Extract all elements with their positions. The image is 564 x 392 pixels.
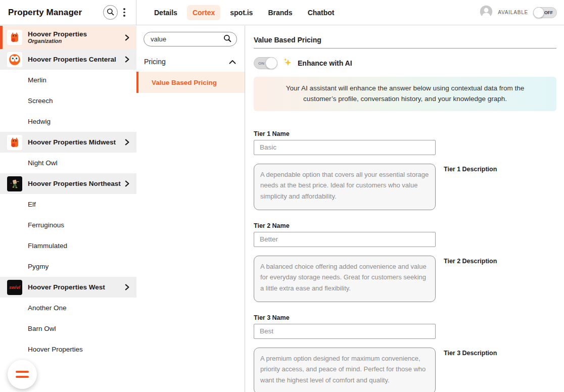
tab-cortex[interactable]: Cortex — [187, 5, 220, 20]
tier-2-description-textarea[interactable] — [254, 256, 436, 302]
tab-brands[interactable]: Brands — [262, 5, 298, 20]
search-icon — [107, 8, 114, 17]
tier-2-section: Tier 2 Name Tier 2 Description — [254, 222, 564, 302]
tier-3-section: Tier 3 Name Tier 3 Description — [254, 314, 564, 392]
enhance-ai-label: Enhance with AI — [298, 59, 352, 67]
sidebar-item-pygmy[interactable]: Pygmy — [0, 256, 136, 277]
sidebar-item-elf[interactable]: Elf — [0, 194, 136, 215]
toggle-on-label: ON — [258, 61, 264, 66]
owl-round-icon — [7, 52, 22, 67]
toggle-off-label: OFF — [544, 10, 553, 15]
sparkle-icon — [283, 57, 293, 69]
tier-2-name-input[interactable] — [254, 232, 436, 247]
sidebar-item-label: Hoover Properties — [28, 30, 87, 38]
tier-3-description-textarea[interactable] — [254, 348, 436, 392]
cortex-nav-panel: Pricing Value Based Pricing — [136, 26, 245, 392]
title-divider — [254, 48, 556, 48]
tier-1-description-textarea[interactable] — [254, 164, 436, 210]
pricing-section-label: Pricing — [144, 58, 166, 66]
top-bar: Property Manager Details Cortex spot.is … — [0, 0, 564, 25]
sidebar-item-night-owl[interactable]: Night Owl — [0, 153, 136, 173]
toggle-knob — [265, 57, 277, 69]
tier-1-name-input[interactable] — [254, 140, 436, 155]
availability-label: AVAILABLE — [498, 10, 528, 15]
tier-1-name-label: Tier 1 Name — [254, 130, 564, 137]
sidebar-item-label: Hoover Properties Northeast — [28, 180, 121, 187]
sidebar-item-hoover-properties-org[interactable]: Hoover Properties Organization — [0, 26, 136, 49]
enhance-ai-toggle[interactable]: ON — [254, 57, 277, 69]
search-input[interactable] — [151, 35, 223, 43]
tier-1-description-label: Tier 1 Description — [444, 166, 497, 173]
availability-toggle[interactable]: OFF — [533, 7, 557, 18]
sidebar-item-hoover-properties-northeast[interactable]: Hoover Properties Northeast — [0, 173, 136, 194]
sidebar-item-sublabel: Organization — [28, 38, 87, 44]
swivl-logo-icon: swivl — [7, 280, 22, 295]
chevron-right-icon — [124, 34, 130, 41]
tab-bar: Details Cortex spot.is Brands Chatbot — [149, 5, 340, 20]
sidebar-item-merlin[interactable]: Merlin — [0, 70, 136, 90]
sidebar-item-label: Hoover Properties West — [28, 283, 105, 291]
chevron-right-icon — [124, 56, 130, 63]
tier-3-name-label: Tier 3 Name — [254, 314, 564, 321]
sidebar-item-hedwig[interactable]: Hedwig — [0, 111, 136, 132]
sidebar-item-hoover-properties-west[interactable]: swivl Hoover Properties West — [0, 277, 136, 298]
tier-2-name-label: Tier 2 Name — [254, 222, 564, 229]
sidebar-item-hoover-properties-centeral[interactable]: Hoover Properties Centeral — [0, 49, 136, 70]
pricing-section-header[interactable]: Pricing — [136, 52, 245, 72]
kebab-menu-icon[interactable] — [120, 5, 129, 20]
sidebar-item-flammulated[interactable]: Flammulated — [0, 235, 136, 256]
tab-details[interactable]: Details — [149, 5, 183, 20]
tier-2-description-label: Tier 2 Description — [444, 258, 497, 265]
owl-square-icon — [7, 135, 22, 150]
nav-item-value-based-pricing[interactable]: Value Based Pricing — [136, 72, 245, 93]
toggle-knob — [533, 7, 544, 18]
sidebar-item-screech[interactable]: Screech — [0, 90, 136, 111]
search-icon — [223, 34, 231, 44]
ai-assistant-note: Your AI assistant will enhance the answe… — [254, 77, 556, 111]
sidebar-item-label: Hoover Properties Midwest — [28, 138, 116, 146]
top-bar-right: AVAILABLE OFF — [480, 5, 564, 20]
hamburger-icon — [16, 371, 29, 378]
sidebar-item-hoover-properties-midwest[interactable]: Hoover Properties Midwest — [0, 132, 136, 153]
sidebar-item-another-one[interactable]: Another One — [0, 298, 136, 318]
tab-chatbot[interactable]: Chatbot — [302, 5, 340, 20]
tier-3-description-label: Tier 3 Description — [444, 350, 497, 357]
app-title: Property Manager — [8, 8, 82, 18]
owl-square-icon — [7, 30, 22, 45]
pixel-elf-icon — [7, 176, 22, 191]
chevron-right-icon — [124, 284, 130, 290]
avatar — [480, 5, 493, 20]
search-button[interactable] — [103, 5, 118, 20]
chevron-right-icon — [124, 180, 130, 187]
sidebar-item-barn-owl[interactable]: Barn Owl — [0, 318, 136, 339]
chevron-up-icon — [229, 57, 236, 66]
property-sidebar: Hoover Properties Organization Hoover Pr… — [0, 26, 136, 392]
sidebar-item-ferruginous[interactable]: Ferruginous — [0, 215, 136, 235]
page-title: Value Based Pricing — [254, 36, 564, 44]
value-based-pricing-panel: Value Based Pricing ON Enhance with AI Y… — [246, 26, 564, 392]
tab-spotis[interactable]: spot.is — [224, 5, 258, 20]
sidebar-menu-fab[interactable] — [8, 360, 37, 389]
sidebar-item-label: Hoover Properties Centeral — [28, 56, 116, 63]
sidebar-item-hoover-properties[interactable]: Hoover Properties — [0, 339, 136, 360]
cortex-search[interactable] — [144, 32, 237, 46]
chevron-right-icon — [124, 139, 130, 145]
top-bar-left: Property Manager — [0, 0, 136, 25]
tier-1-section: Tier 1 Name Tier 1 Description — [254, 130, 564, 210]
enhance-with-ai-row: ON Enhance with AI — [254, 57, 564, 69]
tier-3-name-input[interactable] — [254, 324, 436, 339]
property-manager-app: Property Manager Details Cortex spot.is … — [0, 0, 564, 392]
